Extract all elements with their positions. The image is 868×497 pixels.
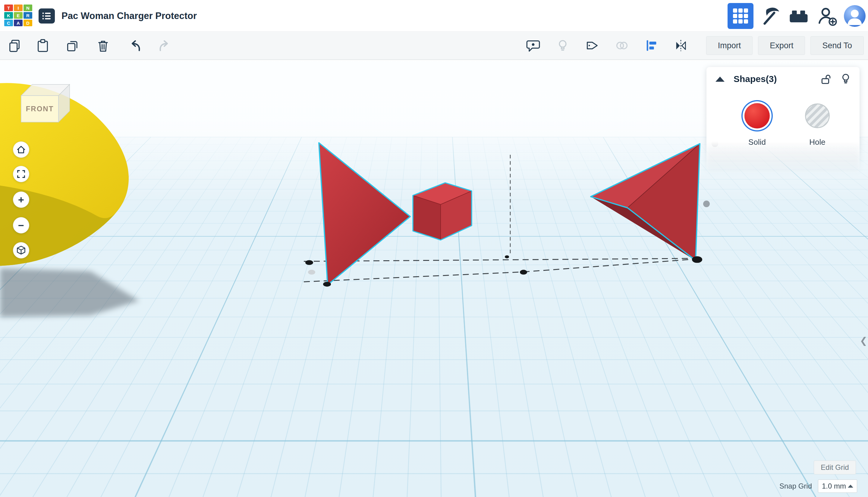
solid-option[interactable]: Solid (741, 100, 773, 147)
logo-tile: N (24, 4, 32, 11)
hole-swatch[interactable] (805, 103, 830, 128)
notes-button[interactable] (525, 37, 542, 54)
copy-button[interactable] (6, 37, 23, 54)
undo-button[interactable] (127, 37, 144, 54)
minus-icon: − (18, 219, 24, 231)
minecraft-export-button[interactable] (759, 4, 782, 27)
tag-button[interactable] (584, 37, 601, 54)
red-wedge-right[interactable] (591, 144, 700, 260)
home-view-button[interactable] (13, 141, 29, 158)
red-triangle-left[interactable] (319, 143, 410, 285)
scale-handle[interactable] (305, 260, 313, 265)
logo-tile: K (4, 12, 13, 19)
home-icon (16, 145, 26, 154)
edit-grid-button[interactable]: Edit Grid (814, 460, 856, 474)
design-menu-icon (42, 11, 52, 21)
solid-label: Solid (748, 138, 766, 147)
action-toolbar: Import Export Send To (0, 32, 868, 60)
copy-icon (7, 38, 22, 53)
logo-tile: R (24, 12, 32, 19)
avatar[interactable] (844, 5, 866, 27)
perspective-cube-icon (16, 245, 26, 255)
logo-tile: A (14, 19, 23, 26)
logo-tile: I (14, 4, 23, 11)
rotate-handle[interactable] (703, 201, 710, 207)
bulb-icon[interactable] (841, 73, 851, 85)
panel-title: Shapes(3) (734, 74, 777, 84)
caret-up-icon (848, 485, 853, 488)
panel-collapse-tab[interactable]: ❮ (860, 328, 867, 353)
align-icon (644, 38, 659, 53)
lock-icon[interactable] (820, 73, 831, 85)
duplicate-button[interactable] (64, 37, 82, 54)
tips-button[interactable] (554, 37, 571, 54)
design-title[interactable]: Pac Woman Charger Protector (61, 0, 197, 32)
scale-handle[interactable] (520, 270, 527, 275)
invite-person-icon (815, 4, 838, 27)
invite-button[interactable] (815, 4, 838, 27)
red-cube[interactable] (413, 183, 472, 240)
logo-tile: E (14, 12, 23, 19)
group-button[interactable] (613, 37, 630, 54)
paste-icon (35, 38, 50, 53)
header-bar: T I N K E R C A D Pac Woman Charger Prot… (0, 0, 868, 32)
hole-label: Hole (809, 138, 825, 147)
notes-icon (526, 38, 540, 53)
redo-icon (157, 38, 171, 53)
zoom-out-button[interactable]: − (13, 217, 29, 233)
align-button[interactable] (643, 37, 660, 54)
group-icon (615, 38, 629, 53)
import-button[interactable]: Import (706, 36, 753, 55)
yellow-shape-shadow (0, 268, 139, 317)
export-button[interactable]: Export (758, 36, 805, 55)
design-menu-button[interactable] (39, 9, 55, 24)
shape-inspector-panel: Shapes(3) Solid Hole (706, 67, 859, 173)
view-cube[interactable]: FRONT (18, 82, 72, 125)
view-cube-front-label: FRONT (26, 105, 54, 113)
solid-swatch[interactable] (745, 103, 770, 128)
dashboard-button[interactable] (727, 3, 753, 29)
scale-handle[interactable] (308, 270, 315, 275)
snap-grid-select[interactable]: 1.0 mm (818, 480, 857, 493)
delete-icon (96, 38, 110, 53)
zoom-in-button[interactable]: + (13, 191, 29, 208)
avatar-person-icon (844, 5, 866, 27)
mirror-icon (674, 38, 688, 53)
mirror-button[interactable] (672, 37, 689, 54)
hole-option[interactable]: Hole (802, 100, 833, 147)
dimension-lines (304, 258, 698, 282)
brick-export-button[interactable] (787, 4, 810, 27)
minecraft-pickaxe-icon (759, 4, 782, 27)
origin-handle[interactable] (505, 255, 509, 258)
brick-icon (787, 4, 810, 27)
dashboard-grid-icon (732, 7, 749, 25)
scale-handle[interactable] (692, 256, 702, 263)
paste-button[interactable] (34, 37, 51, 54)
logo-tile: C (4, 19, 13, 26)
tag-icon (585, 38, 600, 53)
tinkercad-logo[interactable]: T I N K E R C A D (4, 4, 32, 26)
panel-collapse-icon[interactable] (716, 76, 724, 82)
redo-button[interactable] (156, 37, 172, 54)
fit-view-icon (16, 169, 26, 179)
send-to-button[interactable]: Send To (810, 36, 864, 55)
duplicate-icon (66, 38, 80, 53)
tips-bulb-icon (556, 38, 570, 53)
plus-icon: + (18, 194, 24, 206)
snap-grid-value: 1.0 mm (822, 482, 846, 491)
undo-icon (128, 38, 143, 53)
perspective-toggle-button[interactable] (13, 242, 29, 258)
logo-tile: D (24, 19, 32, 26)
logo-tile: T (4, 4, 13, 11)
scale-handle[interactable] (323, 282, 331, 286)
fit-view-button[interactable] (13, 166, 29, 182)
snap-grid-label: Snap Grid (779, 482, 812, 491)
delete-button[interactable] (94, 37, 112, 54)
